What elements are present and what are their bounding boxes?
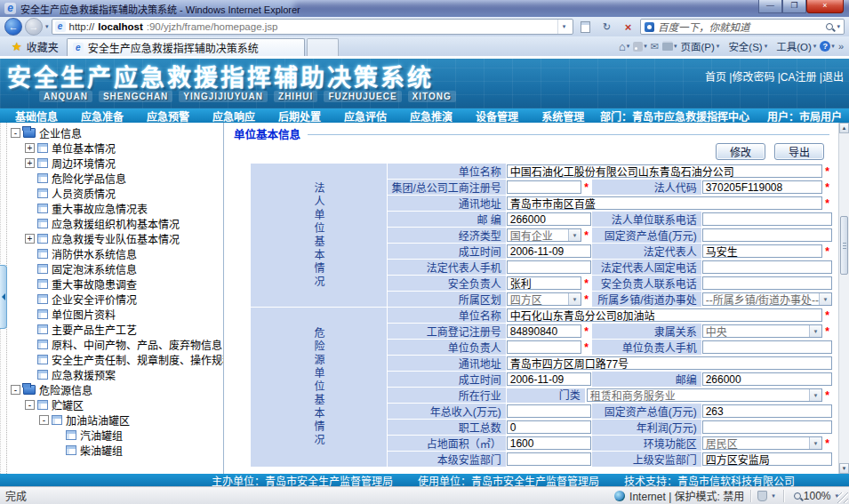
- field-input[interactable]: 青岛市四方区周口路77号: [507, 356, 832, 370]
- menu-item-5[interactable]: 后期处置: [267, 108, 332, 124]
- maximize-button[interactable]: ❐: [782, 0, 806, 13]
- resize-grip[interactable]: [837, 492, 848, 503]
- scroll-up-icon[interactable]: ▲: [839, 123, 849, 133]
- command-item-3[interactable]: 工具(O)▾: [776, 39, 816, 53]
- tree-item-label[interactable]: 应急救援组织机构基本情况: [52, 216, 180, 231]
- field-input[interactable]: 张利: [507, 276, 581, 290]
- tree-item[interactable]: 单位图片资料: [9, 307, 223, 322]
- field-select[interactable]: --所属乡镇/街道办事处--▼: [702, 292, 832, 306]
- tree-item-label[interactable]: 汽油罐组: [80, 428, 123, 443]
- menu-item-6[interactable]: 应急评估: [332, 108, 398, 124]
- menu-item-2[interactable]: 应急准备: [69, 108, 135, 124]
- vertical-scrollbar[interactable]: ▲ ▼: [838, 123, 849, 474]
- tree-item[interactable]: 应急救援预案: [9, 367, 223, 382]
- field-input[interactable]: [507, 180, 581, 194]
- tree-item-label[interactable]: 人员资质情况: [52, 186, 116, 201]
- search-magnifier-icon[interactable]: [826, 23, 833, 30]
- select-arrow-icon[interactable]: ▼: [568, 293, 581, 305]
- field-select[interactable]: 中央▼: [702, 324, 822, 338]
- field-input[interactable]: 青岛市市南区百盛: [507, 196, 822, 210]
- print-dropdown-icon[interactable]: ▾: [674, 43, 677, 50]
- tree-item-label[interactable]: 贮罐区: [52, 397, 84, 412]
- tree-item-label[interactable]: 加油站油罐区: [66, 412, 130, 428]
- tree-item[interactable]: -企业信息: [9, 125, 223, 140]
- field-input[interactable]: 四方区安监局: [702, 452, 832, 466]
- export-button[interactable]: 导出: [774, 143, 824, 160]
- search-dropdown-icon[interactable]: ▾: [837, 23, 840, 30]
- menu-item-4[interactable]: 应急响应: [201, 108, 267, 124]
- command-dropdown-icon[interactable]: ▾: [765, 43, 768, 50]
- tree-item[interactable]: 固定泡沫系统信息: [9, 261, 223, 276]
- tree-item-label[interactable]: 危险源信息: [39, 382, 92, 397]
- tree-item[interactable]: +周边环境情况: [9, 156, 223, 171]
- zoom-control[interactable]: 100% ▾: [790, 490, 844, 502]
- field-input[interactable]: 2006-11-09: [507, 372, 591, 386]
- select-arrow-icon[interactable]: ▼: [809, 325, 821, 337]
- field-input[interactable]: 0: [507, 420, 591, 434]
- select-arrow-icon[interactable]: ▼: [819, 293, 831, 305]
- tree-item[interactable]: 重大事故隐患调查: [9, 276, 223, 292]
- menu-item-1[interactable]: 基础信息: [4, 108, 69, 124]
- forward-button[interactable]: →: [25, 18, 43, 36]
- tree-item[interactable]: 主要产品生产工艺: [9, 322, 223, 337]
- tree-item-label[interactable]: 消防供水系统信息: [52, 246, 137, 261]
- field-input[interactable]: 266000: [702, 372, 832, 386]
- tree-item[interactable]: 消防供水系统信息: [9, 246, 223, 261]
- tree-item-label[interactable]: 固定泡沫系统信息: [52, 261, 137, 276]
- tree-item[interactable]: +单位基本情况: [9, 140, 223, 156]
- field-input[interactable]: [507, 260, 591, 274]
- field-input[interactable]: 马安生: [702, 244, 822, 258]
- tree-item-label[interactable]: 危险化学品信息: [52, 171, 126, 186]
- tree-item[interactable]: 柴油罐组: [9, 443, 223, 458]
- compatibility-view-button[interactable]: [576, 19, 595, 36]
- tree-collapse-icon[interactable]: -: [25, 400, 35, 410]
- tree-item[interactable]: +应急救援专业队伍基本情况: [9, 231, 223, 246]
- overflow-chevron-icon[interactable]: »: [838, 41, 844, 52]
- tree-item[interactable]: -贮罐区: [9, 397, 223, 412]
- field-select[interactable]: 国有企业▼: [507, 228, 581, 242]
- tree-item[interactable]: 汽油罐组: [9, 428, 223, 443]
- banner-link-2[interactable]: 修改密码: [732, 71, 774, 84]
- tree-item[interactable]: 企业安全评价情况: [9, 292, 223, 307]
- print-button[interactable]: ▾: [662, 43, 677, 51]
- url-dropdown-icon[interactable]: ▾: [557, 20, 570, 34]
- field-input[interactable]: [702, 420, 832, 434]
- select-arrow-icon[interactable]: ▼: [809, 389, 821, 401]
- menu-item-3[interactable]: 应急预警: [135, 108, 201, 124]
- menu-item-7[interactable]: 应急推演: [398, 108, 464, 124]
- home-button[interactable]: ⌂▾: [619, 40, 629, 53]
- tree-item-label[interactable]: 单位基本情况: [52, 140, 116, 156]
- tree-item-label[interactable]: 重大事故应急情况表: [52, 201, 148, 216]
- modify-button[interactable]: 修改: [716, 143, 765, 160]
- tree-item[interactable]: 危险化学品信息: [9, 171, 223, 186]
- search-box[interactable]: 百度一下，你就知道 ▾: [640, 19, 845, 35]
- scroll-down-icon[interactable]: ▼: [839, 463, 849, 474]
- close-button[interactable]: ×: [806, 0, 844, 13]
- select-arrow-icon[interactable]: ▼: [568, 229, 581, 241]
- read-mail-button[interactable]: ✉: [651, 41, 659, 52]
- nav-history-dropdown-icon[interactable]: ▾: [45, 23, 49, 30]
- feeds-button[interactable]: ▾: [633, 42, 647, 52]
- tree-item-label[interactable]: 原料、中间产物、产品、废弃物信息: [52, 337, 222, 352]
- refresh-button[interactable]: ↻: [597, 19, 616, 36]
- tree-expand-icon[interactable]: +: [25, 158, 35, 168]
- help-button[interactable]: ?▾: [820, 41, 835, 52]
- home-dropdown-icon[interactable]: ▾: [627, 43, 630, 50]
- banner-link-4[interactable]: 退出: [822, 71, 844, 84]
- field-input[interactable]: [702, 276, 832, 290]
- field-input[interactable]: [702, 212, 832, 226]
- tree-collapse-icon[interactable]: -: [11, 385, 20, 395]
- zone-dropdown-icon[interactable]: ▾: [772, 492, 775, 500]
- tree-collapse-icon[interactable]: -: [11, 128, 20, 138]
- field-input[interactable]: [702, 228, 832, 242]
- field-input[interactable]: 中石化山东青岛分公司8加油站: [507, 308, 822, 322]
- tree-item-label[interactable]: 周边环境情况: [52, 156, 116, 171]
- tree-item-label[interactable]: 应急救援专业队伍基本情况: [52, 231, 180, 246]
- tree-item-label[interactable]: 主要产品生产工艺: [52, 322, 137, 337]
- banner-link-3[interactable]: CA注册: [781, 71, 817, 84]
- back-button[interactable]: ←: [4, 18, 22, 36]
- tree-collapse-icon[interactable]: -: [39, 415, 49, 425]
- field-input[interactable]: [507, 404, 591, 418]
- tree-item[interactable]: 人员资质情况: [9, 186, 223, 201]
- field-select[interactable]: 四方区▼: [507, 292, 581, 306]
